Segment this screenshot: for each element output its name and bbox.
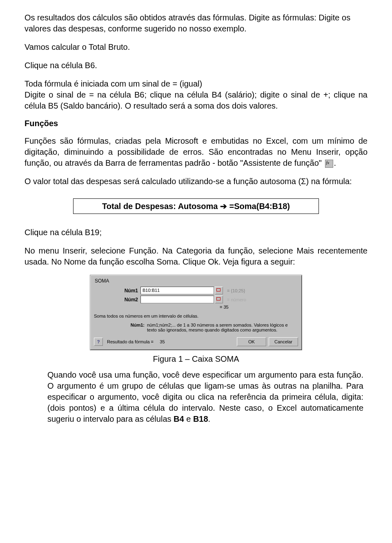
num2-placeholder: = número [227,297,246,302]
paragraph: Digite o sinal de = na célula B6; clique… [24,89,368,111]
formula-result-label: Resultado da fórmula = 35 [107,339,234,344]
paragraph: Clique na célula B19; [24,227,368,238]
formula-text: Total de Despesas: Autosoma ➔ =Soma(B4:B… [102,202,290,211]
text-run: e [184,414,193,423]
arg-description: núm1;núm2;... de 1 a 30 números a serem … [147,323,298,332]
arrow-icon: ➔ [220,202,227,211]
cell-ref: B18 [193,414,208,423]
paragraph: Os resultados dos cálculos são obtidos a… [24,12,368,34]
figure-caption: Figura 1 – Caixa SOMA [24,354,368,364]
paragraph: Clique na célula B6. [24,60,368,71]
text-run: Resultado da fórmula = [107,339,154,344]
num2-label: Núm2 [93,297,140,303]
dialog-title: SOMA [93,277,299,285]
num1-result: = {10;25} [227,288,245,293]
arg-name: Núm1: [94,323,147,332]
formula-result-value: 35 [160,339,165,344]
formula-box: Total de Despesas: Autosoma ➔ =Soma(B4:B… [73,198,319,214]
paragraph: Funções são fórmulas, criadas pela Micro… [24,136,368,169]
soma-dialog: SOMA Núm1 B10:B11 = {10;25} Núm2 = n [90,275,302,350]
ref-picker-button[interactable] [215,287,223,294]
num1-label: Núm1 [93,288,140,294]
paragraph: Quando você usa uma função, você deve es… [47,369,363,425]
section-heading: Funções [24,119,368,128]
ref-picker-button[interactable] [215,296,223,303]
dialog-description: Soma todos os números em um intervalo de… [93,312,299,322]
document-page: Os resultados dos cálculos são obtidos a… [0,0,392,437]
ok-button[interactable]: OK [237,337,266,346]
text-run: . [208,414,211,423]
text-run: Total de Despesas: Autosoma [102,202,220,211]
help-button[interactable]: ? [94,338,103,346]
text-run: Funções são fórmulas, criadas pela Micro… [24,136,368,167]
paragraph: O valor total das despesas será calculad… [24,176,368,187]
cell-ref: B4 [174,414,184,423]
fx-icon [325,160,333,168]
paragraph: Vamos calcular o Total Bruto. [24,42,368,53]
num1-input[interactable]: B10:B11 [140,287,214,294]
paragraph: Toda fórmula é iniciada com um sinal de … [24,78,368,89]
paragraph: No menu Inserir, selecione Função. Na Ca… [24,245,368,267]
calc-result: = 35 [220,305,229,309]
cancel-button[interactable]: Cancelar [269,337,298,346]
text-run: . [334,158,336,167]
text-run: =Soma(B4:B18) [227,202,290,211]
num2-input[interactable] [140,296,214,303]
